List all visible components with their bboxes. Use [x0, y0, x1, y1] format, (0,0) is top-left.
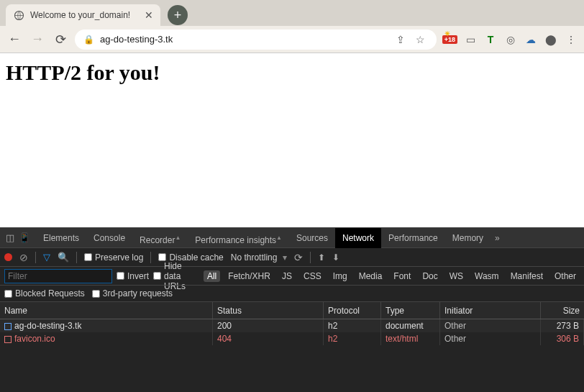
col-size[interactable]: Size [541, 302, 584, 319]
filter-type[interactable]: Fetch/XHR [224, 270, 274, 282]
filter-type[interactable]: Other [551, 270, 580, 282]
browser-tab[interactable]: Welcome to your_domain! ✕ [6, 4, 160, 26]
filter-bar: Invert Hide data URLs All Fetch/XHR JS C… [0, 266, 584, 285]
network-conditions-icon[interactable]: ⟳ [294, 252, 303, 263]
filter-type[interactable]: CSS [300, 270, 325, 282]
filter-type[interactable]: Manifest [507, 270, 547, 282]
tab-sources[interactable]: Sources [289, 228, 335, 248]
filter-type-all[interactable]: All [204, 270, 220, 282]
invert-checkbox[interactable]: Invert [117, 271, 149, 281]
download-icon[interactable]: ⬇ [332, 252, 339, 263]
overflow-icon[interactable]: ⋮ [564, 32, 578, 47]
search-icon[interactable]: 🔍 [58, 252, 69, 263]
extension-icon[interactable]: ◎ [503, 32, 518, 47]
tab-strip: Welcome to your_domain! ✕ + [0, 0, 584, 26]
filter-bar-2: Blocked Requests 3rd-party requests [0, 285, 584, 302]
globe-icon [13, 9, 24, 21]
toolbar: ← → ⟳ 🔒 ag-do-testing-3.tk ⇪ ☆ +18 ▭ T ◎… [0, 26, 584, 53]
third-party-checkbox[interactable]: 3rd-party requests [92, 288, 173, 298]
record-button[interactable] [4, 253, 12, 261]
tab-network[interactable]: Network [335, 228, 381, 248]
close-icon[interactable]: ✕ [145, 9, 153, 21]
page-content: HTTP/2 for you! [0, 53, 584, 227]
extension-icon[interactable]: T [483, 32, 498, 47]
star-icon[interactable]: ☆ [414, 32, 428, 47]
tab-title: Welcome to your_domain! [30, 10, 139, 20]
col-protocol[interactable]: Protocol [324, 302, 381, 319]
url-text: ag-do-testing-3.tk [100, 34, 388, 45]
table-row[interactable]: favicon.ico404h2text/htmlOther306 B [0, 332, 584, 345]
tab-console[interactable]: Console [86, 228, 132, 248]
filter-type[interactable]: Img [329, 270, 351, 282]
page-heading: HTTP/2 for you! [6, 60, 578, 85]
tab-memory[interactable]: Memory [445, 228, 491, 248]
forward-button[interactable]: → [29, 31, 46, 48]
share-icon[interactable]: ⇪ [393, 32, 408, 47]
tabs-overflow-icon[interactable]: » [491, 233, 504, 243]
lock-icon: 🔒 [83, 35, 94, 45]
address-bar[interactable]: 🔒 ag-do-testing-3.tk ⇪ ☆ [75, 29, 437, 50]
tab-performance[interactable]: Performance [381, 228, 445, 248]
throttling-select[interactable]: No throttling▾ [231, 252, 288, 263]
extension-icon[interactable]: ☁ [524, 32, 538, 47]
devtools: ◫ 📱 Elements Console Recorder▲ Performan… [0, 227, 584, 392]
col-type[interactable]: Type [381, 302, 440, 319]
extension-badge[interactable]: +18 [442, 35, 457, 44]
filter-type[interactable]: JS [278, 270, 296, 282]
device-icon[interactable]: 📱 [19, 232, 30, 243]
col-name[interactable]: Name [0, 302, 213, 319]
filter-input[interactable] [4, 269, 112, 283]
filter-type[interactable]: Media [355, 270, 386, 282]
tab-perf-insights[interactable]: Performance insights▲ [188, 228, 289, 248]
tab-elements[interactable]: Elements [36, 228, 86, 248]
extension-icon[interactable]: ▭ [463, 32, 478, 47]
filter-icon[interactable]: ▽ [43, 252, 50, 263]
network-table-body: ag-do-testing-3.tk200h2documentOther273 … [0, 319, 584, 392]
clear-button[interactable]: ⊘ [19, 252, 28, 263]
filter-type[interactable]: Font [390, 270, 414, 282]
table-row[interactable]: ag-do-testing-3.tk200h2documentOther273 … [0, 319, 584, 332]
tab-recorder[interactable]: Recorder▲ [132, 228, 188, 248]
preserve-log-checkbox[interactable]: Preserve log [84, 252, 143, 263]
inspect-icon[interactable]: ◫ [6, 232, 14, 243]
network-toolbar: ⊘ ▽ 🔍 Preserve log Disable cache No thro… [0, 247, 584, 266]
new-tab-button[interactable]: + [168, 5, 188, 25]
extension-icon[interactable]: ⬤ [544, 32, 558, 47]
filter-type[interactable]: WS [446, 270, 467, 282]
filter-type[interactable]: Wasm [471, 270, 503, 282]
reload-button[interactable]: ⟳ [52, 31, 69, 48]
col-status[interactable]: Status [213, 302, 324, 319]
back-button[interactable]: ← [6, 31, 23, 48]
filter-type[interactable]: Doc [419, 270, 441, 282]
blocked-requests-checkbox[interactable]: Blocked Requests [4, 288, 85, 298]
devtools-tabs: ◫ 📱 Elements Console Recorder▲ Performan… [0, 227, 584, 247]
col-initiator[interactable]: Initiator [440, 302, 541, 319]
network-table-header: Name Status Protocol Type Initiator Size [0, 302, 584, 319]
upload-icon[interactable]: ⬆ [318, 252, 325, 263]
